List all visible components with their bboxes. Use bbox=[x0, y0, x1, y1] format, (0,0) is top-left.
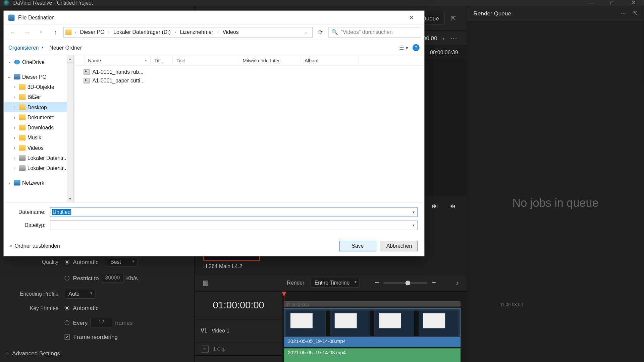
video-track-header[interactable]: V1 Video 1 bbox=[195, 319, 282, 342]
hide-folders-toggle[interactable]: Ordner ausblenden bbox=[10, 243, 60, 249]
chevron-right-icon: › bbox=[7, 351, 8, 355]
v1-clipcount: 1 Clip bbox=[213, 346, 225, 352]
filetype-select[interactable] bbox=[50, 221, 418, 230]
viewer-options-icon[interactable]: ⋯ bbox=[450, 34, 458, 42]
zoom-out-button[interactable]: − bbox=[375, 279, 379, 287]
render-queue-empty-text: No jobs in queue bbox=[467, 21, 644, 362]
go-end-button[interactable]: ⏭ bbox=[430, 202, 440, 209]
breadcrumb-path[interactable]: › Dieser PC› Lokaler Datenträger (D:)› L… bbox=[63, 27, 312, 38]
dialog-icon bbox=[8, 14, 14, 20]
quality-auto-radio[interactable] bbox=[64, 259, 69, 264]
quality-best-select[interactable]: Best bbox=[106, 257, 137, 267]
tree-network[interactable]: Netzwerk bbox=[22, 180, 44, 186]
frame-reorder-check[interactable] bbox=[64, 334, 70, 340]
advanced-settings-toggle[interactable]: › Advanced Settings bbox=[7, 346, 187, 360]
zoom-slider[interactable] bbox=[383, 282, 428, 284]
crumb[interactable]: Videos bbox=[220, 29, 241, 35]
filename-value: Untitled bbox=[52, 209, 71, 215]
rq-popout-icon[interactable]: ⇱ bbox=[633, 10, 637, 17]
v1-thumb-toggle[interactable]: ▭ bbox=[201, 345, 209, 352]
close-button[interactable]: ✕ bbox=[627, 0, 640, 6]
kf-every-input[interactable]: 12 bbox=[90, 318, 112, 327]
zoom-in-button[interactable]: + bbox=[432, 279, 436, 287]
minimize-button[interactable]: — bbox=[584, 0, 598, 6]
kf-auto-radio[interactable] bbox=[64, 306, 69, 310]
keyframes-label: Key Frames bbox=[7, 305, 64, 311]
file-list[interactable]: Name▴ Tit... Titel Mitwirkende Inter... … bbox=[75, 55, 424, 202]
render-range-select[interactable]: Entire Timeline bbox=[311, 278, 360, 288]
popout-icon[interactable]: ⇱ bbox=[449, 13, 458, 24]
restrict-input[interactable]: 80000 bbox=[102, 273, 124, 283]
audio-track-header[interactable]: A1 S M 2.0 bbox=[195, 355, 282, 362]
render-range-label: Render bbox=[287, 280, 304, 286]
audio-clip[interactable]: 2021-05-05_19-14-08.mp4 bbox=[284, 348, 461, 362]
maximize-button[interactable]: ◻ bbox=[606, 0, 619, 6]
search-input[interactable]: 🔍 "Videos" durchsuchen bbox=[328, 27, 421, 38]
v1-name: Video 1 bbox=[212, 327, 229, 334]
tree-pictures[interactable]: Bilder bbox=[28, 94, 41, 100]
tree-documents[interactable]: Dokumente bbox=[28, 114, 55, 120]
pc-icon bbox=[65, 29, 71, 35]
search-placeholder: "Videos" durchsuchen bbox=[341, 29, 392, 35]
col-album[interactable]: Album bbox=[301, 55, 359, 65]
tree-desktop[interactable]: Desktop bbox=[28, 104, 47, 110]
tree-videos[interactable]: Videos bbox=[28, 145, 44, 151]
window-title: DaVinci Resolve - Untitled Project bbox=[13, 0, 93, 6]
tree-this-pc[interactable]: Dieser PC bbox=[22, 73, 46, 79]
nav-forward-button[interactable]: → bbox=[21, 28, 33, 36]
crumb[interactable]: Dieser PC bbox=[77, 29, 107, 35]
view-mode-button[interactable]: ☰ ▾ bbox=[399, 44, 408, 50]
file-item[interactable]: A1-0001_hands rub... bbox=[75, 68, 424, 76]
help-icon[interactable]: ? bbox=[413, 44, 420, 51]
kf-every-radio[interactable] bbox=[64, 320, 69, 325]
duration-value: 00:00:06:39 bbox=[430, 49, 458, 55]
tree-music[interactable]: Musik bbox=[28, 134, 41, 140]
video-file-icon bbox=[84, 78, 90, 83]
filename-input[interactable]: Untitled bbox=[50, 207, 418, 217]
col-nr[interactable]: Tit... bbox=[151, 55, 173, 65]
tree-3d-objects[interactable]: 3D-Objekte bbox=[28, 84, 54, 90]
encoding-profile-select[interactable]: Auto bbox=[64, 289, 95, 299]
nav-back-button[interactable]: ← bbox=[7, 28, 19, 36]
clip-view-icon[interactable]: ▦ bbox=[203, 279, 209, 287]
folder-icon bbox=[19, 104, 26, 110]
video-clip[interactable]: 2021-05-05_19-14-08.mp4 bbox=[284, 308, 461, 347]
save-button[interactable]: Save bbox=[339, 241, 376, 251]
dialog-close-button[interactable]: ✕ bbox=[404, 11, 419, 24]
organize-menu[interactable]: Organisieren bbox=[8, 44, 43, 50]
tree-onedrive[interactable]: OneDrive bbox=[22, 59, 45, 65]
go-start-button[interactable]: ⏮ bbox=[447, 202, 458, 209]
quality-restrict-radio[interactable] bbox=[64, 276, 69, 280]
file-item[interactable]: A1-0001_paper cutti... bbox=[75, 76, 424, 85]
path-dropdown-icon[interactable]: ⌄ bbox=[302, 30, 310, 34]
timeline-tracks[interactable]: 01:00:00:00 01:00:08:00 01:00:16:00 2021… bbox=[283, 292, 467, 362]
search-icon: 🔍 bbox=[331, 29, 338, 35]
titlebar: DaVinci Resolve - Untitled Project — ◻ ✕ bbox=[0, 0, 644, 6]
audio-icon[interactable]: ♪ bbox=[455, 279, 459, 286]
scroll-up-icon[interactable]: ▴ bbox=[67, 55, 73, 63]
col-artists[interactable]: Mitwirkende Inter... bbox=[239, 55, 301, 65]
folder-tree[interactable]: ›OneDrive ⌄Dieser PC ›3D-Objekte ›Bilder… bbox=[4, 55, 75, 202]
tc-dropdown-icon[interactable]: ▾ bbox=[442, 36, 445, 40]
kf-every-text: Every bbox=[73, 319, 88, 326]
disk-icon bbox=[19, 165, 26, 171]
refresh-button[interactable]: ⟳ bbox=[314, 29, 327, 35]
scroll-down-icon[interactable]: ▾ bbox=[67, 195, 73, 202]
col-name[interactable]: Name▴ bbox=[85, 55, 151, 65]
ruler-tick: 01:00:00:00 bbox=[285, 302, 309, 307]
restrict-label: Restrict to bbox=[73, 275, 99, 281]
nav-recent-button[interactable]: ▾ bbox=[35, 30, 47, 34]
new-folder-button[interactable]: Neuer Ordner bbox=[49, 44, 82, 50]
crumb[interactable]: Lizenznehmer bbox=[177, 29, 216, 35]
cancel-button[interactable]: Abbrechen bbox=[381, 241, 418, 251]
nav-up-button[interactable]: ↑ bbox=[49, 28, 61, 36]
tree-local-disk-1[interactable]: Lokaler Datentr... bbox=[28, 155, 68, 161]
crumb[interactable]: Lokaler Datenträger (D:) bbox=[111, 29, 173, 35]
col-title[interactable]: Titel bbox=[173, 55, 239, 65]
tree-downloads[interactable]: Downloads bbox=[28, 124, 54, 130]
onedrive-icon bbox=[14, 59, 20, 65]
tree-local-disk-2[interactable]: Lokaler Datentr... bbox=[28, 165, 68, 171]
rq-options-icon[interactable]: ⋯ bbox=[621, 10, 627, 17]
render-range-bar[interactable] bbox=[284, 301, 461, 307]
list-scrollbar[interactable]: ▴ ▾ bbox=[67, 55, 74, 202]
